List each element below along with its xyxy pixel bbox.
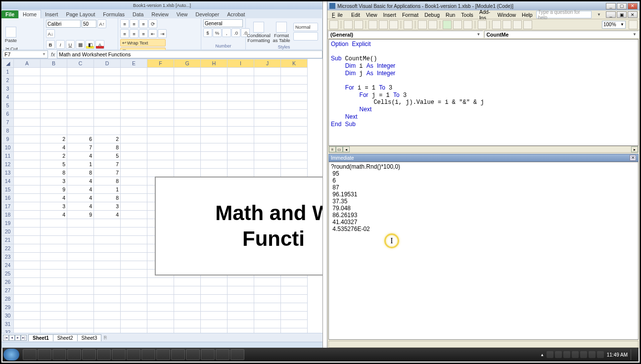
cell-A19[interactable] [14,219,41,228]
cell-G29[interactable] [174,303,201,312]
tab-review[interactable]: Review [147,10,172,18]
cell-C20[interactable] [67,228,94,236]
cell-H5[interactable] [201,101,228,110]
cell-D23[interactable] [94,253,121,261]
sheet-first-icon[interactable]: |◂ [3,335,9,341]
cell-D27[interactable] [94,286,121,295]
cell-G10[interactable] [174,143,201,152]
row-header-3[interactable]: 3 [2,85,14,93]
col-header-J[interactable]: J [254,59,281,68]
cell-A13[interactable] [14,169,41,177]
tray-overflow-icon[interactable]: ▴ [541,352,544,357]
currency-icon[interactable]: $ [203,28,212,37]
cell-H10[interactable] [201,143,228,152]
tray-icon[interactable] [547,351,553,358]
cell-F11[interactable] [147,152,174,160]
cell-I4[interactable] [228,93,254,101]
cell-J2[interactable] [254,76,281,85]
cell-G31[interactable] [174,320,201,328]
cell-J5[interactable] [254,101,281,110]
cell-D5[interactable] [94,101,121,110]
align-right-icon[interactable]: ≡ [139,29,148,38]
cell-B3[interactable] [41,85,67,93]
cell-D32[interactable] [94,328,121,333]
cell-F2[interactable] [147,76,174,85]
cell-J11[interactable] [254,152,281,160]
col-header-C[interactable]: C [67,59,94,68]
sheet-prev-icon[interactable]: ◂ [9,335,15,341]
cell-D24[interactable] [94,261,121,270]
cell-J9[interactable] [254,135,281,143]
cell-B8[interactable] [41,127,67,135]
cell-G11[interactable] [174,152,201,160]
menu-window[interactable]: Window [495,11,518,18]
cell-C3[interactable] [67,85,94,93]
maximize-button[interactable]: ▢ [617,3,627,9]
row-header-29[interactable]: 29 [2,303,14,312]
taskbar-item[interactable] [97,349,111,360]
cell-E19[interactable] [121,219,147,228]
cell-D26[interactable] [94,278,121,286]
sheet-tab-3[interactable]: Sheet3 [77,334,102,341]
cell-B17[interactable]: 3 [41,202,67,211]
cell-G2[interactable] [174,76,201,85]
cell-B11[interactable]: 2 [41,152,67,160]
cell-E12[interactable] [121,160,147,169]
fill-color-button[interactable]: ◧ [86,40,94,49]
tab-file[interactable]: File [1,10,18,18]
cell-C1[interactable] [67,68,94,76]
cell-B31[interactable] [41,320,67,328]
cell-E26[interactable] [121,278,147,286]
cell-A16[interactable] [14,194,41,202]
cell-B5[interactable] [41,101,67,110]
cell-A4[interactable] [14,93,41,101]
cell-F29[interactable] [147,303,174,312]
cell-D7[interactable] [94,118,121,127]
cell-I27[interactable] [228,286,254,295]
row-header-10[interactable]: 10 [2,143,14,152]
zoom-box[interactable]: 100%▼ [602,21,626,29]
cell-H6[interactable] [201,110,228,118]
increase-font-icon[interactable]: A↑ [97,19,106,28]
cell-E4[interactable] [121,93,147,101]
cell-C29[interactable] [67,303,94,312]
indent-dec-icon[interactable]: ⇤ [148,29,157,38]
cell-K12[interactable] [281,160,308,169]
cell-K27[interactable] [281,286,308,295]
cell-J6[interactable] [254,110,281,118]
row-header-27[interactable]: 27 [2,286,14,295]
row-header-20[interactable]: 20 [2,228,14,236]
menu-format[interactable]: Format [400,11,421,18]
wrap-text-button[interactable]: ↩ Wrap Text [120,39,166,46]
cell-B13[interactable]: 8 [41,169,67,177]
cell-A5[interactable] [14,101,41,110]
col-header-D[interactable]: D [94,59,121,68]
cell-F4[interactable] [147,93,174,101]
clock[interactable]: 11:49 AM [607,352,628,358]
cell-C9[interactable]: 6 [67,135,94,143]
col-header-G[interactable]: G [174,59,201,68]
cell-D6[interactable] [94,110,121,118]
tray-icon[interactable] [589,351,595,358]
cell-E23[interactable] [121,253,147,261]
cell-J28[interactable] [254,295,281,303]
cell-K30[interactable] [281,312,308,320]
cell-B27[interactable] [41,286,67,295]
col-header-A[interactable]: A [14,59,41,68]
col-header-K[interactable]: K [281,59,308,68]
paste-button[interactable]: Paste [3,19,18,44]
cell-A27[interactable] [14,286,41,295]
cell-J3[interactable] [254,85,281,93]
taskbar-item[interactable] [171,349,185,360]
cell-C25[interactable] [67,270,94,278]
row-header-2[interactable]: 2 [2,76,14,85]
cell-F28[interactable] [147,295,174,303]
taskbar-item[interactable] [230,349,244,360]
menu-debug[interactable]: Debug [422,11,442,18]
help-search-input[interactable]: Type a question for help [536,11,592,18]
code-hscroll[interactable]: ≡ ▭ ◂ ▸ [328,146,639,153]
tray-icon[interactable] [555,351,562,358]
cell-A17[interactable] [14,202,41,211]
cell-K31[interactable] [281,320,308,328]
cell-E15[interactable] [121,185,147,194]
